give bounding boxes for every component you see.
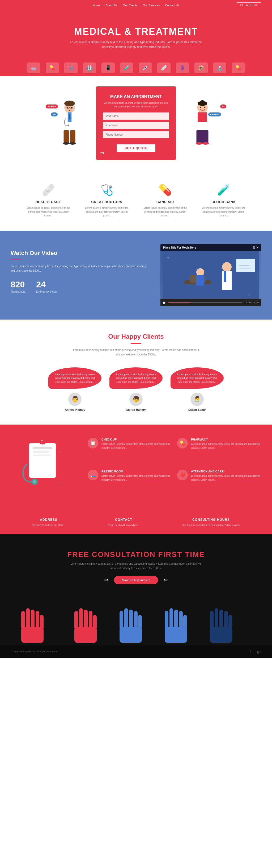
feature-health-care: 🩹 HEALTH CARE Lorem ipsum is simply dumm… bbox=[25, 184, 72, 217]
svg-point-1 bbox=[64, 101, 75, 106]
svg-rect-73 bbox=[179, 611, 183, 628]
service-desc-2: Lorem ipsum is simply dummy text of the … bbox=[101, 474, 172, 482]
play-button[interactable]: ▶ bbox=[163, 301, 166, 305]
service-title-1: PHARMACY bbox=[191, 438, 261, 441]
nav-clients[interactable]: Our Clients bbox=[123, 4, 138, 7]
doctor-right-tag1: IM bbox=[220, 104, 226, 108]
svg-rect-81 bbox=[210, 627, 232, 643]
svg-rect-55 bbox=[36, 611, 39, 628]
feature-desc-3: Lorem ipsum is simply dummy text of the … bbox=[200, 206, 247, 217]
feature-band-aid: 💊 BAND AID Lorem ipsum is simply dummy t… bbox=[141, 184, 189, 217]
service-checkup: 📋 CHECK UP Lorem ipsum is simply dummy t… bbox=[88, 438, 172, 464]
nav-home[interactable]: Home bbox=[93, 4, 100, 7]
cta-section: FREE CONSULTATION FIRST TIME Lorem ipsum… bbox=[0, 534, 272, 600]
features-section: 🩹 HEALTH CARE Lorem ipsum is simply dumm… bbox=[0, 170, 272, 231]
feature-blood-bank: 🧪 BLOOD BANK Lorem ipsum is simply dummy… bbox=[200, 184, 247, 217]
medical-icon-10: 🏨 bbox=[195, 62, 208, 73]
nav-contact[interactable]: Contact Us bbox=[165, 4, 179, 7]
svg-rect-52 bbox=[21, 611, 25, 629]
nav-about[interactable]: About Us bbox=[106, 4, 118, 7]
medical-icon-1: 🧫 bbox=[27, 62, 40, 73]
footer-bottom: © 2016 Medical Theme. All Rights Reserve… bbox=[0, 646, 272, 658]
service-desc-3: Lorem ipsum is simply dummy text of the … bbox=[191, 474, 261, 482]
phone-input[interactable] bbox=[103, 131, 169, 138]
service-text-2: RESTED ROOM Lorem ipsum is simply dummy … bbox=[101, 470, 172, 482]
medical-icon-6: 🧪 bbox=[120, 62, 133, 73]
footer-top: ADDRESS Find how to address our office..… bbox=[0, 509, 272, 534]
footer-col-text-2: Find hour for consulting 10 hours a day,… bbox=[182, 524, 240, 526]
svg-point-30 bbox=[222, 262, 232, 272]
service-desc-0: Lorem ipsum is simply dummy text of the … bbox=[101, 442, 172, 450]
progress-bar[interactable] bbox=[168, 302, 242, 303]
footer-contact: CONTACT Get in touch with us anytime... bbox=[108, 518, 140, 526]
svg-rect-32 bbox=[224, 271, 226, 282]
services-illustration: + + + + bbox=[11, 438, 80, 496]
nav-links: Home About Us Our Clients Our Services C… bbox=[93, 3, 179, 7]
services-svg: + + + + bbox=[19, 438, 72, 496]
svg-rect-21 bbox=[198, 113, 207, 122]
clients-heading: Our Happy Clients bbox=[11, 333, 261, 340]
service-text-0: CHECK UP Lorem ipsum is simply dummy tex… bbox=[101, 438, 172, 450]
svg-text:+: + bbox=[60, 482, 63, 487]
facebook-link[interactable]: f bbox=[250, 649, 251, 654]
doctor-left-tag2: ER bbox=[51, 113, 58, 117]
video-right-panel: Place Title For Movie Here ⊞ ✕ bbox=[161, 244, 261, 306]
nav-cta-button[interactable]: GET A QUOTE bbox=[237, 2, 261, 8]
svg-rect-64 bbox=[120, 611, 123, 629]
svg-point-48 bbox=[33, 480, 36, 483]
hands-section bbox=[0, 600, 272, 646]
service-attention-care: ❤️ ATTENTION AND CARE Lorem ipsum is sim… bbox=[177, 470, 261, 496]
video-left-panel: Watch Our Video Lorem ipsum is simply du… bbox=[11, 250, 150, 301]
svg-rect-40 bbox=[33, 447, 52, 449]
svg-rect-29 bbox=[196, 275, 204, 285]
footer-address: ADDRESS Find how to address our office..… bbox=[32, 518, 66, 526]
feature-title-3: BLOOD BANK bbox=[200, 200, 247, 204]
video-controls-icons: ⊞ ✕ bbox=[252, 246, 259, 249]
svg-point-18 bbox=[200, 107, 201, 108]
nav-services[interactable]: Our Services bbox=[143, 4, 160, 7]
medical-icon-5: 📱 bbox=[101, 62, 115, 73]
feature-desc-1: Lorem ipsum is simply dummy text of the … bbox=[83, 206, 131, 217]
google-link[interactable]: g+ bbox=[257, 649, 261, 654]
attention-care-icon: ❤️ bbox=[177, 470, 188, 480]
band-aid-icon: 💊 bbox=[141, 184, 189, 196]
client-quote-0: Lorem ipsum is simply dummy Lorem ipsum … bbox=[48, 367, 101, 389]
svg-rect-79 bbox=[224, 611, 228, 628]
feature-title-0: HEALTH CARE bbox=[25, 200, 72, 204]
svg-rect-76 bbox=[210, 611, 213, 629]
make-appointment-button[interactable]: Make an Appointment bbox=[114, 576, 158, 584]
client-item-0: Lorem ipsum is simply dummy Lorem ipsum … bbox=[48, 367, 101, 411]
svg-text:+: + bbox=[41, 438, 43, 443]
svg-rect-58 bbox=[74, 611, 78, 629]
doctor-right-figure bbox=[186, 99, 218, 147]
svg-rect-22 bbox=[197, 130, 208, 144]
svg-rect-77 bbox=[215, 608, 218, 629]
stat-number-1: 24 bbox=[36, 280, 57, 289]
twitter-link[interactable]: t bbox=[253, 649, 254, 654]
medical-icon-9: ⚕️ bbox=[176, 62, 189, 73]
hands-svg bbox=[0, 606, 272, 646]
name-input[interactable] bbox=[103, 113, 169, 120]
icon-banner: 🧫 💊 🩺 🏥 📱 🧪 💉 🩹 ⚕️ 🏨 🔬 💊 bbox=[0, 55, 272, 76]
doctor-right: IM ASTHMA bbox=[181, 99, 224, 147]
medical-icon-2: 💊 bbox=[46, 62, 59, 73]
cta-button-row: ⇒ Make an Appointment ⇐ bbox=[11, 576, 261, 584]
medical-icon-3: 🩺 bbox=[64, 62, 77, 73]
client-name-1: Morad Hamdy bbox=[109, 408, 163, 411]
get-quote-button[interactable]: GET A QUOTE bbox=[116, 144, 156, 152]
client-name-0: Ahmed Hamdy bbox=[48, 408, 101, 411]
svg-rect-54 bbox=[31, 610, 35, 629]
stats-row: 820 Appointment 24 Emergency Room bbox=[11, 280, 150, 301]
svg-rect-60 bbox=[84, 610, 88, 629]
clients-divider bbox=[131, 343, 141, 344]
feature-great-doctors: 🩺 GREAT DOCTORS Lorem ipsum is simply du… bbox=[83, 184, 131, 217]
video-controls-bar: ▶ 00:00 / 04:30 bbox=[161, 299, 261, 306]
email-input[interactable] bbox=[103, 122, 169, 129]
svg-rect-63 bbox=[74, 627, 97, 643]
health-care-icon: 🩹 bbox=[25, 184, 72, 196]
clients-grid: Lorem ipsum is simply dummy Lorem ipsum … bbox=[11, 367, 261, 411]
svg-rect-65 bbox=[124, 608, 128, 629]
svg-point-13 bbox=[69, 142, 76, 145]
svg-text:+: + bbox=[167, 255, 169, 260]
appointment-box: MAKE AN APPOINTMENT Lorem ipsum dolor si… bbox=[96, 86, 176, 160]
